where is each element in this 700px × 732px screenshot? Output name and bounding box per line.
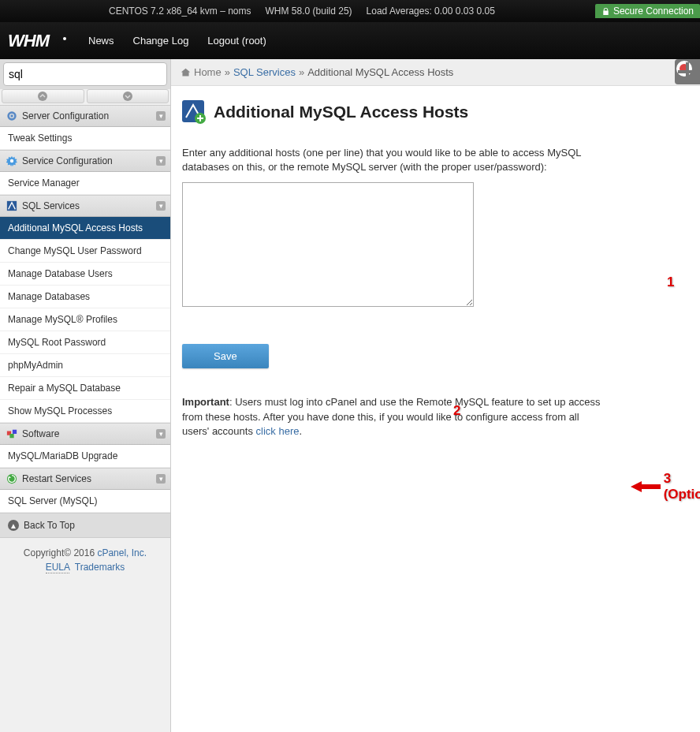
svg-point-3 xyxy=(123,92,132,101)
search-wrap xyxy=(0,59,170,89)
sidebar-item-repair-mysql-db[interactable]: Repair a MySQL Database xyxy=(0,377,170,400)
whm-logo[interactable]: WHM xyxy=(8,32,69,50)
important-note: Important: Users must log into cPanel an… xyxy=(182,395,608,439)
lock-icon xyxy=(601,7,610,16)
breadcrumb-sql-services[interactable]: SQL Services xyxy=(233,66,296,78)
page-title-icon xyxy=(182,100,206,124)
svg-point-6 xyxy=(10,159,13,162)
whm-version: WHM 58.0 (build 25) xyxy=(266,6,352,17)
restart-icon xyxy=(6,473,17,484)
svg-point-1 xyxy=(63,37,66,40)
sidebar-item-change-mysql-password[interactable]: Change MySQL User Password xyxy=(0,240,170,263)
top-status-bar: CENTOS 7.2 x86_64 kvm – noms WHM 58.0 (b… xyxy=(0,0,700,22)
nav-news[interactable]: News xyxy=(88,35,114,47)
trademarks-link[interactable]: Trademarks xyxy=(75,562,125,573)
main-content: Home » SQL Services » Additional MySQL A… xyxy=(171,59,700,732)
lifering-icon xyxy=(676,61,692,77)
cpanel-link[interactable]: cPanel, Inc. xyxy=(97,547,147,558)
copyright-footer: Copyright© 2016 cPanel, Inc. EULA Tradem… xyxy=(0,538,170,582)
category-restart-services[interactable]: Restart Services ▾ xyxy=(0,468,170,490)
chevron-down-icon: ▾ xyxy=(156,474,166,484)
chevron-down-icon: ▾ xyxy=(156,201,166,211)
nav-arrows xyxy=(0,89,170,105)
category-service-config[interactable]: Service Configuration ▾ xyxy=(0,150,170,172)
load-averages: Load Averages: 0.00 0.03 0.05 xyxy=(367,6,495,17)
category-server-config[interactable]: Server Configuration ▾ xyxy=(0,105,170,127)
annotation-1: 1 xyxy=(667,274,674,290)
search-input[interactable] xyxy=(3,62,167,86)
secure-connection-badge: Secure Connection xyxy=(595,4,700,18)
sidebar-item-manage-databases[interactable]: Manage Databases xyxy=(0,286,170,308)
gear-icon xyxy=(6,110,17,121)
main-nav-bar: WHM News Change Log Logout (root) xyxy=(0,22,700,59)
gear-icon xyxy=(6,155,17,166)
hosts-textarea[interactable] xyxy=(182,182,474,307)
svg-rect-10 xyxy=(13,430,17,434)
svg-point-5 xyxy=(10,114,13,118)
click-here-link[interactable]: click here xyxy=(256,425,300,437)
nav-changelog[interactable]: Change Log xyxy=(133,35,189,47)
database-icon xyxy=(6,200,17,211)
arrow-up-icon: ▲ xyxy=(8,520,19,531)
chevron-down-icon: ▾ xyxy=(156,429,166,439)
software-icon xyxy=(6,428,17,439)
page-title: Additional MySQL Access Hosts xyxy=(214,103,468,121)
form-description: Enter any additional hosts (one per line… xyxy=(182,146,608,174)
eula-link[interactable]: EULA xyxy=(46,562,70,573)
sidebar: Server Configuration ▾ Tweak Settings Se… xyxy=(0,59,171,732)
breadcrumb-current: Additional MySQL Access Hosts xyxy=(307,66,453,78)
sidebar-item-manage-db-users[interactable]: Manage Database Users xyxy=(0,263,170,286)
home-icon xyxy=(181,67,191,77)
chevron-up-icon xyxy=(38,92,47,101)
breadcrumb-home[interactable]: Home xyxy=(194,66,222,78)
svg-rect-9 xyxy=(9,434,13,438)
sidebar-item-phpmyadmin[interactable]: phpMyAdmin xyxy=(0,354,170,377)
svg-text:WHM: WHM xyxy=(8,32,50,50)
breadcrumb: Home » SQL Services » Additional MySQL A… xyxy=(171,59,700,86)
nav-down-button[interactable] xyxy=(87,89,169,103)
svg-point-2 xyxy=(38,92,47,101)
chevron-down-icon xyxy=(123,92,132,101)
sidebar-item-tweak-settings[interactable]: Tweak Settings xyxy=(0,127,170,150)
sidebar-item-mysql-root-password[interactable]: MySQL Root Password xyxy=(0,331,170,354)
chevron-down-icon: ▾ xyxy=(156,111,166,121)
category-sql-services[interactable]: SQL Services ▾ xyxy=(0,195,170,217)
help-button[interactable] xyxy=(675,59,700,84)
category-software[interactable]: Software ▾ xyxy=(0,423,170,445)
save-button[interactable]: Save xyxy=(182,344,269,368)
nav-up-button[interactable] xyxy=(2,89,84,103)
arrow-left-icon xyxy=(631,481,661,492)
os-info: CENTOS 7.2 x86_64 kvm – noms xyxy=(109,6,251,17)
sidebar-item-mysql-mariadb-upgrade[interactable]: MySQL/MariaDB Upgrade xyxy=(0,445,170,468)
annotation-3: 3 (Optional) xyxy=(631,471,700,502)
sidebar-item-show-mysql-processes[interactable]: Show MySQL Processes xyxy=(0,400,170,423)
chevron-down-icon: ▾ xyxy=(156,156,166,166)
annotation-2: 2 xyxy=(453,403,460,419)
nav-logout[interactable]: Logout (root) xyxy=(207,35,266,47)
sidebar-item-service-manager[interactable]: Service Manager xyxy=(0,172,170,195)
sidebar-item-additional-mysql-hosts[interactable]: Additional MySQL Access Hosts xyxy=(0,217,170,240)
sidebar-item-sql-server-mysql[interactable]: SQL Server (MySQL) xyxy=(0,490,170,513)
sidebar-item-manage-mysql-profiles[interactable]: Manage MySQL® Profiles xyxy=(0,308,170,331)
back-to-top-button[interactable]: ▲ Back To Top xyxy=(0,513,170,538)
